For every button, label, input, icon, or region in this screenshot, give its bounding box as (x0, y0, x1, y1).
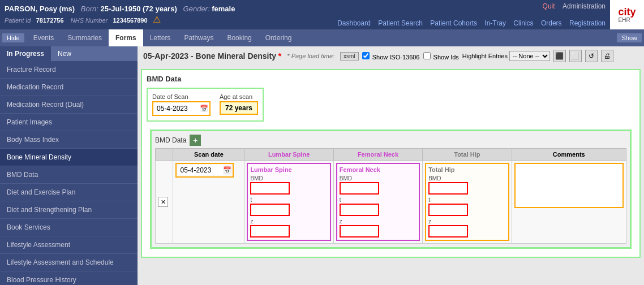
icon-btn-1[interactable]: ⬛ (553, 50, 566, 62)
lumbar-z-label: z (250, 218, 327, 224)
tab-bar: Hide Events Summaries Forms Letters Path… (0, 29, 644, 46)
date-age-group: Date of Scan 📅 Age at scan 72 years (147, 88, 264, 122)
tab-booking[interactable]: Booking (220, 29, 258, 46)
sidebar-item-body-mass-index[interactable]: Body Mass Index (0, 131, 138, 149)
form-title: 05-Apr-2023 - Bone Mineral Density * (143, 51, 281, 61)
gender-label: Gender: (183, 5, 210, 13)
asterisk: * (278, 51, 281, 61)
administration-link[interactable]: Administration (563, 2, 606, 10)
total-z-input[interactable] (428, 225, 468, 238)
sidebar-new-tab[interactable]: New (51, 46, 78, 61)
icon-btn-2[interactable]: ⬜ (569, 50, 582, 62)
total-title: Total Hip (428, 166, 505, 173)
femoral-bmd-input[interactable] (340, 182, 379, 195)
sidebar-item-medication-record[interactable]: Medication Record (0, 79, 138, 96)
sidebar-item-patient-images[interactable]: Patient Images (0, 114, 138, 131)
sidebar-item-medication-record-dual[interactable]: Medication Record (Dual) (0, 96, 138, 114)
sidebar: In Progress New Fracture Record Medicati… (0, 46, 138, 285)
sidebar-item-book-services[interactable]: Book Services (0, 219, 138, 236)
sidebar-item-lifestyle-schedule[interactable]: Lifestyle Assessment and Schedule (0, 254, 138, 271)
icon-btn-refresh[interactable]: ↺ (585, 50, 598, 62)
highlight-select[interactable]: -- None -- (509, 51, 550, 61)
form-controls: xsml Show ISO-13606 Show Ids Highlight E… (340, 50, 613, 62)
total-z-label: z (428, 218, 505, 224)
femoral-neck-cell: Femoral Neck BMD t z (333, 161, 422, 244)
calendar-icon[interactable]: 📅 (200, 105, 208, 113)
top-nav: Quit Administration Dashboard Patient Se… (305, 0, 610, 29)
femoral-inner: Femoral Neck BMD t z (336, 163, 420, 241)
registration-link[interactable]: Registration (569, 19, 606, 27)
total-t-label: t (428, 197, 505, 203)
scan-date-inner: 📅 (175, 163, 234, 178)
sidebar-item-bone-mineral-density[interactable]: Bone Mineral Density (0, 149, 138, 166)
sidebar-item-diet-strengthening[interactable]: Diet and Strengthening Plan (0, 201, 138, 219)
orders-link[interactable]: Orders (541, 19, 562, 27)
sidebar-in-progress-tab[interactable]: In Progress (0, 46, 51, 61)
show-ids-checkbox[interactable] (423, 52, 431, 59)
main-layout: In Progress New Fracture Record Medicati… (0, 46, 644, 285)
quit-link[interactable]: Quit (543, 2, 555, 10)
age-value: (72 years) (143, 5, 177, 13)
patient-cohorts-link[interactable]: Patient Cohorts (430, 19, 477, 27)
age-at-scan-field: Age at scan 72 years (220, 93, 258, 115)
total-bmd-input[interactable] (428, 182, 468, 195)
born-value: 25-Jul-1950 (101, 5, 141, 13)
lumbar-title: Lumbar Spine (250, 166, 327, 173)
nhs-value: 1234567890 (113, 17, 147, 24)
logo-box: city EHR (610, 0, 644, 29)
lumbar-spine-cell: Lumbar Spine BMD t z (244, 161, 333, 244)
femoral-t-input[interactable] (340, 204, 379, 216)
add-row-button[interactable]: + (190, 135, 201, 146)
lumbar-t-label: t (250, 197, 327, 203)
patient-id-label: Patient Id (5, 17, 31, 24)
show-iso-checkbox[interactable] (362, 52, 370, 59)
date-of-scan-field: Date of Scan 📅 (152, 93, 211, 116)
dashboard-link[interactable]: Dashboard (337, 19, 371, 27)
femoral-z-label: z (340, 218, 417, 224)
tab-pathways[interactable]: Pathways (177, 29, 220, 46)
show-button[interactable]: Show (617, 33, 642, 42)
col-check (156, 149, 173, 161)
delete-button[interactable]: ✕ (158, 197, 168, 207)
bmd-section-title: BMD Data (147, 75, 635, 83)
col-femoral-neck: Femoral Neck (333, 149, 422, 161)
patient-search-link[interactable]: Patient Search (378, 19, 423, 27)
date-of-scan-label: Date of Scan (152, 93, 211, 100)
femoral-z-input[interactable] (340, 225, 379, 238)
sidebar-item-blood-pressure[interactable]: Blood Pressure History (0, 271, 138, 285)
hide-button[interactable]: Hide (2, 33, 24, 42)
in-tray-link[interactable]: In-Tray (484, 19, 506, 27)
sidebar-item-lifestyle-assessment[interactable]: Lifestyle Assessment (0, 236, 138, 254)
tab-ordering[interactable]: Ordering (259, 29, 299, 46)
lumbar-t-input[interactable] (250, 204, 290, 216)
patient-info: PARSON, Posy (ms) Born: 25-Jul-1950 (72 … (0, 0, 305, 29)
table-row: ✕ 📅 (156, 161, 626, 244)
logo-text: city (618, 7, 636, 17)
icon-btn-print[interactable]: 🖨 (601, 50, 613, 62)
comments-input[interactable] (514, 163, 624, 208)
bmd-table-label: BMD Data (155, 136, 186, 144)
sidebar-item-diet-exercise[interactable]: Diet and Exercise Plan (0, 184, 138, 201)
sidebar-item-bmd-data[interactable]: BMD Data (0, 166, 138, 184)
content-area: 05-Apr-2023 - Bone Mineral Density * * P… (138, 46, 644, 285)
clinics-link[interactable]: Clinics (513, 19, 533, 27)
femoral-t-label: t (340, 197, 417, 203)
total-t-input[interactable] (428, 204, 468, 216)
xml-button[interactable]: xsml (340, 52, 359, 61)
tab-letters[interactable]: Letters (143, 29, 178, 46)
tab-summaries[interactable]: Summaries (61, 29, 109, 46)
date-input[interactable] (154, 103, 200, 114)
sidebar-item-fracture-record[interactable]: Fracture Record (0, 61, 138, 79)
tab-forms[interactable]: Forms (109, 29, 143, 46)
age-value: 72 years (220, 101, 258, 115)
scan-date-input[interactable] (178, 165, 223, 175)
patient-name: PARSON, Posy (ms) (5, 5, 75, 13)
tab-events[interactable]: Events (27, 29, 61, 46)
scan-calendar-icon[interactable]: 📅 (223, 166, 231, 174)
bmd-table-header-row: BMD Data + (155, 135, 626, 146)
lumbar-bmd-input[interactable] (250, 182, 290, 195)
delete-cell: ✕ (156, 161, 173, 244)
form-header: 05-Apr-2023 - Bone Mineral Density * * P… (138, 46, 644, 66)
lumbar-z-input[interactable] (250, 225, 290, 238)
comments-cell (512, 161, 626, 244)
